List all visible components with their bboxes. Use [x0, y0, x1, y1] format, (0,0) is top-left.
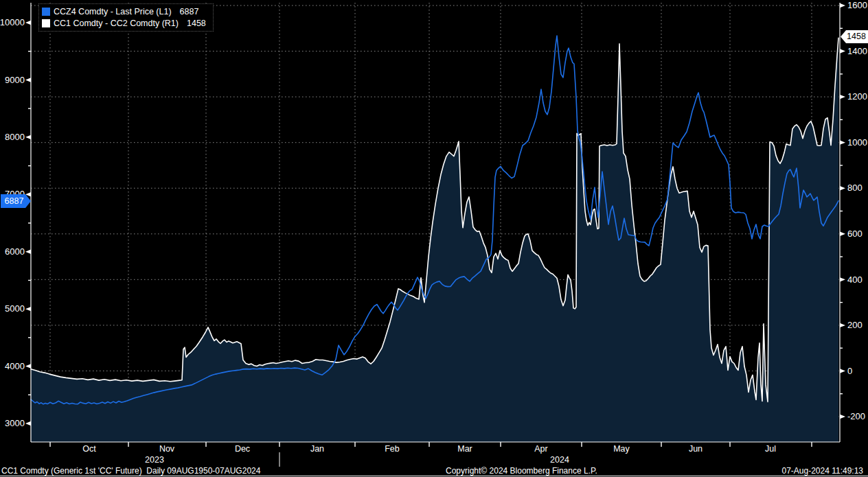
right-axis-label: 800 [847, 183, 863, 193]
left-axis-label: 8000 [5, 132, 25, 142]
legend-label: CC1 Comdty - CC2 Comdty (R1) [54, 19, 179, 28]
left-axis-label: 9000 [5, 75, 25, 85]
left-axis-tick [25, 421, 31, 426]
chart-footer: CC1 Comdty (Generic 1st 'CC' Future) Dai… [0, 466, 868, 476]
month-label: Feb [385, 444, 400, 454]
left-axis-tick [25, 21, 31, 25]
right-axis-label: 1000 [847, 137, 867, 148]
left-axis-tick [25, 307, 31, 311]
right-axis-tick [840, 3, 845, 8]
right-axis-label: 1600 [847, 0, 867, 10]
month-label: May [613, 444, 630, 454]
legend-value: 6887 [180, 7, 199, 16]
right-axis-label: 0 [847, 366, 852, 376]
legend-row-cc1-cc2[interactable]: CC1 Comdty - CC2 Comdty (R1) 1458 [42, 17, 206, 29]
right-axis-tick [840, 369, 845, 373]
month-label: Jul [765, 444, 776, 454]
bloomberg-chart-window: 1000090008000700060005000400030001600140… [0, 0, 868, 477]
right-axis-label: 200 [847, 320, 863, 330]
month-label: Nov [159, 444, 175, 454]
right-axis-label: -200 [847, 411, 865, 421]
left-axis-label: 10000 [0, 17, 25, 27]
right-axis-tick [840, 49, 845, 53]
left-axis-tick [25, 78, 31, 82]
right-axis-label: 400 [847, 275, 863, 285]
year-label: 2023 [145, 455, 164, 465]
right-axis-tick [840, 323, 845, 327]
footer-timestamp: 07-Aug-2024 11:49:13 [781, 466, 863, 476]
footer-security-description: CC1 Comdty (Generic 1st 'CC' Future) Dai… [1, 466, 260, 476]
legend-value: 1458 [187, 19, 206, 28]
chart-legend[interactable]: CCZ4 Comdty - Last Price (L1) 6887 CC1 C… [38, 3, 214, 32]
left-axis-tick [25, 250, 31, 254]
legend-row-ccz4[interactable]: CCZ4 Comdty - Last Price (L1) 6887 [42, 5, 206, 17]
year-label: 2024 [550, 455, 569, 465]
left-axis-last-price-badge: 6887 [1, 194, 31, 208]
left-axis-tick [25, 135, 31, 139]
right-axis-last-value-badge: 1458 [841, 30, 868, 43]
cc1-cc2-series-swatch-icon [42, 19, 50, 27]
left-axis-tick [25, 364, 31, 368]
month-label: Jan [310, 444, 324, 454]
right-axis-tick [840, 277, 845, 281]
bottom-divider [0, 476, 868, 476]
right-axis-tick [840, 415, 845, 419]
month-label: Mar [457, 444, 472, 454]
month-label: Jun [689, 444, 703, 454]
right-axis-label: 1400 [847, 46, 867, 56]
month-label: Apr [534, 444, 547, 454]
right-axis-tick [840, 140, 845, 144]
right-axis-tick [840, 186, 845, 190]
ccz4-series-swatch-icon [42, 8, 50, 16]
month-label: Oct [82, 444, 96, 454]
legend-label: CCZ4 Comdty - Last Price (L1) [54, 7, 172, 16]
month-label: Dec [235, 444, 250, 454]
footer-copyright: Copyright© 2024 Bloomberg Finance L.P. [446, 466, 597, 476]
left-axis-label: 5000 [5, 303, 25, 314]
right-axis-tick [840, 232, 845, 236]
right-axis-label: 1200 [847, 91, 867, 102]
left-axis-label: 6000 [5, 246, 25, 257]
left-axis-label: 4000 [5, 361, 25, 371]
price-spread-chart[interactable]: 1000090008000700060005000400030001600140… [0, 0, 868, 477]
left-axis-label: 3000 [5, 418, 25, 428]
right-axis-label: 600 [847, 229, 863, 239]
spread-area-fill [31, 38, 838, 442]
right-axis-tick [840, 95, 845, 99]
